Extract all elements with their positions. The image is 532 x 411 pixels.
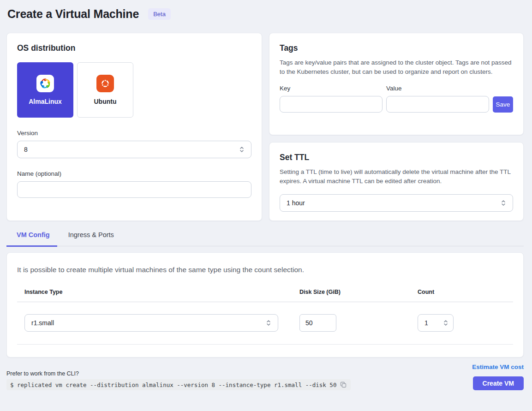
save-tag-button[interactable]: Save (493, 96, 513, 113)
count-stepper[interactable]: 1 (418, 314, 454, 332)
chevron-up-down-icon (266, 319, 271, 327)
page-title: Create a Virtual Machine (7, 7, 139, 21)
right-column: Tags Tags are key/value pairs that are a… (269, 33, 524, 221)
create-vm-page: Create a Virtual Machine Beta OS distrib… (0, 0, 532, 390)
tags-card-title: Tags (280, 43, 513, 53)
vm-config-intro: It is possible to create multiple virtua… (17, 266, 513, 274)
tags-card: Tags Tags are key/value pairs that are a… (269, 33, 524, 135)
vm-table-row: r1.small 1 (17, 302, 513, 345)
os-tile-ubuntu[interactable]: Ubuntu (77, 62, 133, 118)
disk-size-input[interactable] (299, 314, 336, 332)
tag-key-field-group: Key (280, 85, 383, 113)
vm-table-header: Instance Type Disk Size (GiB) Count (17, 289, 513, 302)
tab-vm-config[interactable]: VM Config (6, 231, 57, 247)
vm-config-card: It is possible to create multiple virtua… (6, 252, 524, 357)
ubuntu-logo-icon (96, 75, 114, 92)
os-tile-almalinux[interactable]: AlmaLinux (17, 62, 73, 118)
os-card-title: OS distribution (17, 43, 251, 53)
top-cards-row: OS distribution (6, 33, 524, 221)
tag-value-label: Value (386, 85, 489, 92)
cli-area: Prefer to work from the CLI? $ replicate… (6, 370, 351, 390)
chevron-up-down-icon (239, 145, 245, 154)
version-select[interactable]: 8 (17, 141, 251, 158)
almalinux-logo-icon (36, 75, 54, 92)
tags-key-value-row: Key Value Save (280, 85, 513, 113)
chevron-up-down-icon (443, 319, 448, 327)
footer-actions: Estimate VM cost Create VM (472, 363, 524, 390)
page-footer: Prefer to work from the CLI? $ replicate… (6, 363, 524, 390)
instance-type-select[interactable]: r1.small (24, 314, 278, 332)
tag-key-label: Key (280, 85, 383, 92)
instance-type-cell: r1.small (17, 314, 292, 332)
set-ttl-card: Set TTL Setting a TTL (time to live) wil… (269, 142, 524, 221)
create-vm-button[interactable]: Create VM (473, 376, 524, 390)
os-tile-group: AlmaLinux Ubuntu (17, 62, 251, 118)
os-distribution-card: OS distribution (6, 33, 262, 221)
estimate-vm-cost-link[interactable]: Estimate VM cost (472, 363, 524, 370)
column-header-instance-type: Instance Type (17, 289, 292, 295)
copy-icon (340, 381, 347, 388)
tag-value-field-group: Value (386, 85, 489, 113)
count-value: 1 (424, 319, 428, 327)
ttl-select-value: 1 hour (287, 199, 305, 207)
column-header-disk-size: Disk Size (GiB) (292, 289, 410, 295)
ttl-select[interactable]: 1 hour (280, 194, 513, 212)
count-cell: 1 (410, 314, 513, 332)
instance-type-value: r1.small (31, 319, 54, 327)
chevron-up-down-icon (501, 199, 506, 207)
cli-prompt-text: Prefer to work from the CLI? (6, 370, 351, 377)
version-select-value: 8 (24, 146, 28, 153)
os-tile-label-almalinux: AlmaLinux (29, 98, 62, 105)
ttl-card-title: Set TTL (280, 153, 513, 162)
version-label: Version (17, 130, 251, 137)
name-label: Name (optional) (17, 170, 251, 177)
ttl-description: Setting a TTL (time to live) will automa… (280, 167, 513, 186)
name-input[interactable] (17, 181, 251, 198)
tab-bar: VM Config Ingress & Ports (6, 231, 524, 246)
cli-command-strip: $ replicated vm create --distribution al… (6, 379, 351, 390)
column-header-count: Count (410, 289, 513, 295)
cli-command-text: $ replicated vm create --distribution al… (10, 381, 336, 388)
disk-size-cell (292, 314, 410, 332)
tab-ingress-ports[interactable]: Ingress & Ports (68, 231, 121, 246)
os-tile-label-ubuntu: Ubuntu (94, 98, 117, 105)
beta-badge: Beta (148, 8, 171, 20)
tags-description: Tags are key/value pairs that are assign… (280, 58, 513, 77)
tag-value-input[interactable] (386, 96, 489, 113)
tag-key-input[interactable] (280, 96, 383, 113)
page-header: Create a Virtual Machine Beta (7, 7, 524, 21)
copy-command-button[interactable] (340, 381, 347, 388)
